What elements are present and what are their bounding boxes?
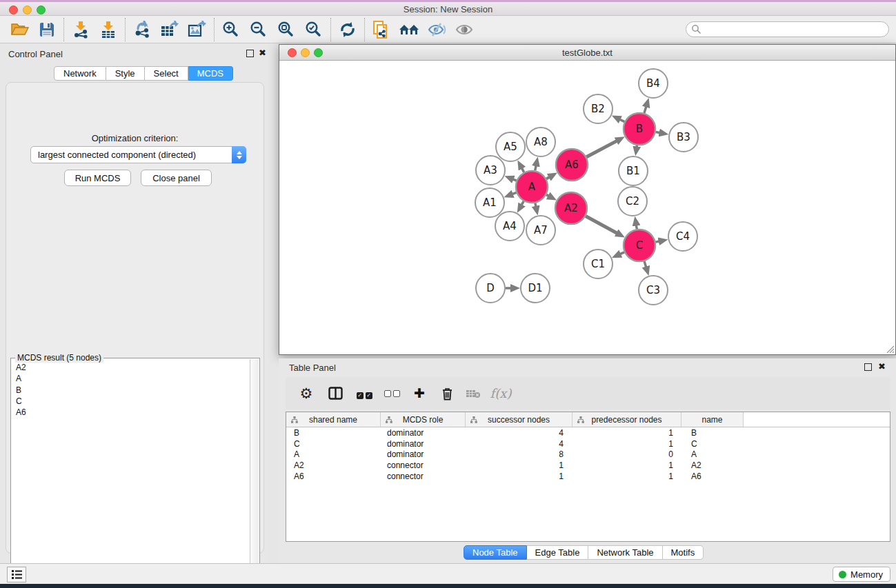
network-canvas[interactable]: B4B2BB3A5A8A6A3B1AC2A1A2A4A7C4CC1C3DD1 [279,61,895,354]
tab-mcds[interactable]: MCDS [188,66,233,81]
table-cell[interactable]: dominator [381,428,466,438]
delete-table-button[interactable] [461,380,486,407]
table-cell[interactable]: 4 [466,439,573,449]
graph-node-D[interactable]: D [476,274,505,303]
zoom-selected-button[interactable] [300,17,328,42]
graph-node-A3[interactable]: A3 [476,156,505,185]
graph-node-D1[interactable]: D1 [521,274,550,303]
graph-node-B[interactable]: B [624,113,655,145]
tab-style[interactable]: Style [106,66,145,81]
show-columns-button[interactable] [323,380,348,407]
table-row[interactable]: Adominator80A [286,449,890,460]
export-table-button[interactable] [156,17,183,42]
close-panel-icon[interactable]: ✖ [259,48,266,58]
table-cell[interactable]: 1 [573,428,681,438]
tab-edge-table[interactable]: Edge Table [527,545,589,560]
table-cell[interactable]: connector [381,460,466,470]
table-cell[interactable]: B [681,428,744,438]
graph-node-B2[interactable]: B2 [584,94,613,123]
table-body[interactable]: Bdominator41BCdominator41CAdominator80AA… [286,427,890,482]
graph-edge-A-A6[interactable] [546,177,550,179]
graph-edge-A-A2[interactable] [546,194,548,196]
table-row[interactable]: Bdominator41B [286,427,890,438]
export-network-button[interactable] [128,17,156,42]
graph-edge-A-A5[interactable] [521,168,524,172]
table-row[interactable]: A6connector11A6 [286,471,890,482]
graph-edge-B-B4[interactable] [644,106,646,113]
table-cell[interactable]: 4 [466,428,573,438]
result-scrollbar[interactable] [250,359,259,588]
show-graphics-details-button[interactable] [450,17,478,42]
mcds-result-list[interactable]: A2ABCA6 [12,362,249,588]
table-cell[interactable]: 1 [466,472,573,481]
tab-network[interactable]: Network [54,66,106,81]
mcds-result-item[interactable]: A2 [12,362,249,373]
import-table-button[interactable] [94,17,122,42]
graph-edge-A-A1[interactable] [512,192,517,194]
float-table-panel-icon[interactable] [864,363,872,371]
column-header-mcds-role[interactable]: MCDS role [381,412,466,427]
graph-edge-C-C2[interactable] [636,225,637,230]
criterion-dropdown[interactable]: largest connected component (directed) [30,146,246,163]
table-cell[interactable]: 1 [466,460,573,470]
column-header-shared-name[interactable]: shared name [286,412,381,427]
deselect-all-button[interactable] [379,380,404,407]
table-row[interactable]: Cdominator41C [286,438,890,449]
mcds-result-item[interactable]: A6 [12,407,249,418]
graph-node-C2[interactable]: C2 [618,187,647,216]
tab-motifs[interactable]: Motifs [663,545,704,560]
graph-edge-B-B3[interactable] [656,132,660,132]
search-input[interactable] [686,21,889,37]
table-cell[interactable]: A2 [286,460,381,470]
table-row[interactable]: A2connector11A2 [286,460,890,471]
table-cell[interactable]: C [286,439,381,449]
graph-node-A1[interactable]: A1 [475,188,504,217]
column-header-name[interactable]: name [681,412,744,427]
clone-network-button[interactable] [368,17,395,42]
network-window-titlebar[interactable]: testGlobe.txt [279,45,895,61]
resize-grip-icon[interactable] [885,344,895,354]
add-column-button[interactable]: ✚ [407,380,432,407]
table-cell[interactable]: A2 [681,460,744,470]
hide-graphics-details-button[interactable] [423,17,450,42]
show-all-networks-button[interactable] [395,17,423,42]
close-panel-button[interactable]: Close panel [141,170,212,186]
graph-node-C4[interactable]: C4 [668,222,697,251]
open-file-button[interactable] [6,17,33,42]
node-table[interactable]: shared name MCDS role successor nodes pr… [286,412,890,542]
table-cell[interactable]: A [681,449,744,459]
graph-edge-A-A3[interactable] [512,179,516,181]
delete-column-button[interactable] [435,380,459,407]
table-cell[interactable]: 8 [466,449,573,459]
tab-node-table[interactable]: Node Table [464,545,527,560]
tab-network-table[interactable]: Network Table [588,545,662,560]
apply-function-button[interactable]: f(x) [488,380,513,407]
graph-node-A[interactable]: A [516,171,548,203]
save-session-button[interactable] [33,17,61,42]
zoom-in-button[interactable] [217,17,245,42]
graph-edge-A-A8[interactable] [535,165,536,170]
table-cell[interactable]: A6 [286,472,381,481]
table-cell[interactable]: A6 [681,472,744,481]
graph-edge-C-C4[interactable] [656,241,659,242]
table-cell[interactable]: 0 [573,449,681,459]
table-cell[interactable]: 1 [573,472,681,481]
graph-edge-C-C3[interactable] [644,261,646,267]
graph-edge-A-A4[interactable] [521,201,524,205]
task-history-button[interactable] [7,567,26,582]
export-image-button[interactable] [183,17,211,42]
column-header-successor-nodes[interactable]: successor nodes [466,412,573,427]
graph-edge-A2-C[interactable] [586,216,617,233]
graph-node-A2[interactable]: A2 [555,192,587,224]
import-network-button[interactable] [67,17,94,42]
zoom-fit-button[interactable] [272,17,300,42]
mcds-result-item[interactable]: B [12,385,249,396]
graph-node-C3[interactable]: C3 [639,276,668,305]
graph-node-A4[interactable]: A4 [495,212,524,241]
table-cell[interactable]: A [286,449,381,459]
run-mcds-button[interactable]: Run MCDS [64,170,131,186]
graph-edge-C-C1[interactable] [620,252,624,254]
graph-node-C[interactable]: C [624,230,655,261]
graph-node-A5[interactable]: A5 [496,132,525,161]
graph-edge-B-B2[interactable] [620,119,625,121]
